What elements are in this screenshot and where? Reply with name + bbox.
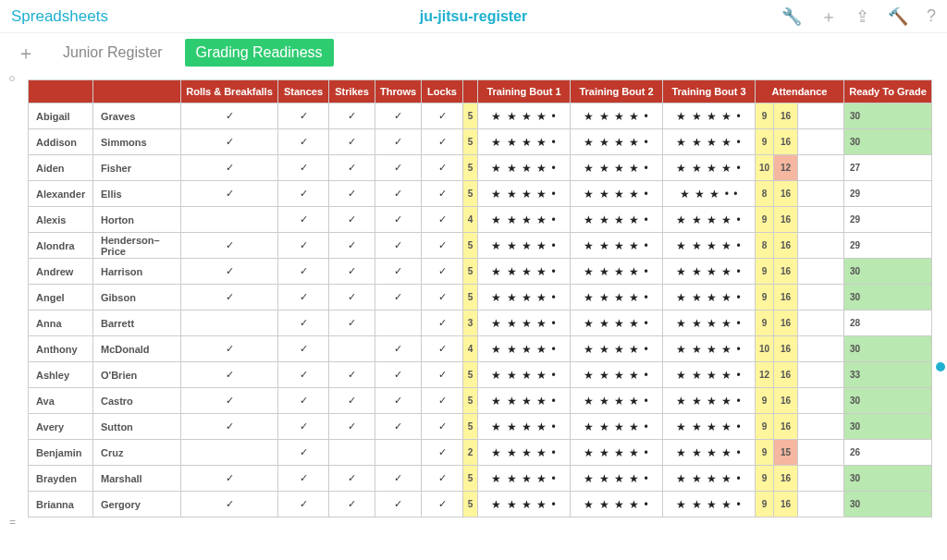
cell-attend-a[interactable]: 9 (756, 440, 774, 466)
cell-ready[interactable]: 30 (844, 129, 932, 155)
cell-firstname[interactable]: Benjamin (29, 440, 93, 466)
cell-locks[interactable]: ✓ (422, 181, 463, 207)
cell-lastname[interactable]: Gibson (93, 285, 181, 310)
cell-lastname[interactable]: Sutton (93, 414, 181, 440)
cell-throws[interactable]: ✓ (375, 233, 422, 259)
cell-attend-b[interactable]: 16 (774, 388, 798, 414)
cell-rolls[interactable]: ✓ (181, 362, 278, 388)
cell-attend-gap[interactable] (798, 466, 844, 492)
help-icon[interactable]: ? (927, 6, 936, 26)
cell-rolls[interactable]: ✓ (181, 285, 278, 310)
cell-rolls[interactable]: ✓ (181, 388, 278, 414)
cell-stances[interactable]: ✓ (278, 207, 329, 233)
cell-bout3[interactable]: ★ ★ ★ ★ • (663, 233, 756, 259)
cell-rolls[interactable]: ✓ (181, 181, 278, 207)
cell-stances[interactable]: ✓ (278, 103, 329, 129)
cell-ready[interactable]: 30 (844, 285, 932, 310)
cell-firstname[interactable]: Abigail (29, 103, 93, 129)
cell-bout3[interactable]: ★ ★ ★ ★ • (663, 310, 756, 336)
cell-rolls[interactable]: ✓ (181, 233, 278, 259)
cell-ready[interactable]: 33 (844, 362, 932, 388)
cell-bout2[interactable]: ★ ★ ★ ★ • (571, 103, 663, 129)
cell-firstname[interactable]: Anthony (29, 336, 93, 362)
cell-attend-b[interactable]: 16 (774, 336, 798, 362)
cell-locks[interactable]: ✓ (422, 129, 463, 155)
cell-strikes[interactable]: ✓ (329, 414, 375, 440)
cell-throws[interactable]: ✓ (375, 207, 422, 233)
cell-locks[interactable]: ✓ (422, 466, 463, 492)
cell-bout3[interactable]: ★ ★ ★ ★ • (663, 466, 756, 492)
cell-locks[interactable]: ✓ (422, 492, 463, 517)
cell-strikes[interactable]: ✓ (329, 388, 375, 414)
cell-attend-b[interactable]: 16 (774, 414, 798, 440)
cell-attend-gap[interactable] (798, 129, 844, 155)
cell-lastname[interactable]: Cruz (93, 440, 181, 466)
cell-locks[interactable]: ✓ (422, 233, 463, 259)
cell-checkcount[interactable]: 5 (463, 259, 478, 285)
cell-ready[interactable]: 30 (844, 259, 932, 285)
cell-bout1[interactable]: ★ ★ ★ ★ • (478, 259, 571, 285)
tools-icon[interactable]: 🔧 (781, 6, 802, 27)
cell-attend-gap[interactable] (798, 414, 844, 440)
table-row[interactable]: AverySutton✓✓✓✓✓5★ ★ ★ ★ •★ ★ ★ ★ •★ ★ ★… (29, 414, 932, 440)
cell-checkcount[interactable]: 5 (463, 362, 478, 388)
cell-attend-a[interactable]: 10 (756, 155, 774, 181)
cell-attend-a[interactable]: 9 (756, 492, 774, 517)
tab-grading-readiness[interactable]: Grading Readiness (185, 39, 334, 67)
cell-attend-gap[interactable] (798, 259, 844, 285)
table-row[interactable]: AnnaBarrett✓✓✓3★ ★ ★ ★ •★ ★ ★ ★ •★ ★ ★ ★… (29, 310, 932, 336)
cell-attend-gap[interactable] (798, 336, 844, 362)
cell-attend-gap[interactable] (798, 181, 844, 207)
table-row[interactable]: AidenFisher✓✓✓✓✓5★ ★ ★ ★ •★ ★ ★ ★ •★ ★ ★… (29, 155, 932, 181)
cell-attend-gap[interactable] (798, 285, 844, 310)
cell-bout2[interactable]: ★ ★ ★ ★ • (571, 233, 663, 259)
cell-lastname[interactable]: Barrett (93, 310, 181, 336)
cell-bout3[interactable]: ★ ★ ★ ★ • (663, 336, 756, 362)
cell-throws[interactable]: ✓ (375, 492, 422, 517)
cell-throws[interactable]: ✓ (375, 103, 422, 129)
cell-checkcount[interactable]: 5 (463, 492, 478, 517)
cell-locks[interactable]: ✓ (422, 285, 463, 310)
cell-strikes[interactable]: ✓ (329, 310, 375, 336)
cell-bout2[interactable]: ★ ★ ★ ★ • (571, 129, 663, 155)
cell-bout1[interactable]: ★ ★ ★ ★ • (478, 310, 571, 336)
cell-bout2[interactable]: ★ ★ ★ ★ • (571, 388, 663, 414)
cell-strikes[interactable]: ✓ (329, 259, 375, 285)
cell-ready[interactable]: 29 (844, 233, 932, 259)
cell-checkcount[interactable]: 5 (463, 285, 478, 310)
cell-rolls[interactable]: ✓ (181, 129, 278, 155)
cell-lastname[interactable]: Simmons (93, 129, 181, 155)
cell-bout1[interactable]: ★ ★ ★ ★ • (478, 336, 571, 362)
table-row[interactable]: BraydenMarshall✓✓✓✓✓5★ ★ ★ ★ •★ ★ ★ ★ •★… (29, 466, 932, 492)
wrench-icon[interactable]: 🔨 (888, 6, 908, 27)
cell-rolls[interactable]: ✓ (181, 414, 278, 440)
cell-attend-b[interactable]: 16 (774, 285, 798, 310)
table-row[interactable]: AvaCastro✓✓✓✓✓5★ ★ ★ ★ •★ ★ ★ ★ •★ ★ ★ ★… (29, 388, 932, 414)
cell-attend-a[interactable]: 9 (756, 310, 774, 336)
cell-attend-a[interactable]: 9 (756, 207, 774, 233)
cell-bout1[interactable]: ★ ★ ★ ★ • (478, 233, 571, 259)
cell-locks[interactable]: ✓ (422, 414, 463, 440)
cell-checkcount[interactable]: 5 (463, 181, 478, 207)
cell-attend-b[interactable]: 16 (774, 466, 798, 492)
cell-bout3[interactable]: ★ ★ ★ ★ • (663, 492, 756, 517)
cell-bout2[interactable]: ★ ★ ★ ★ • (571, 181, 663, 207)
cell-firstname[interactable]: Andrew (29, 259, 93, 285)
cell-stances[interactable]: ✓ (278, 492, 329, 517)
cell-strikes[interactable]: ✓ (329, 103, 375, 129)
cell-firstname[interactable]: Aiden (29, 155, 93, 181)
cell-ready[interactable]: 26 (844, 440, 932, 466)
cell-stances[interactable]: ✓ (278, 233, 329, 259)
cell-bout1[interactable]: ★ ★ ★ ★ • (478, 414, 571, 440)
selection-handle[interactable] (936, 362, 945, 371)
cell-lastname[interactable]: Henderson–Price (93, 233, 181, 259)
cell-ready[interactable]: 30 (844, 336, 932, 362)
cell-rolls[interactable]: ✓ (181, 155, 278, 181)
cell-lastname[interactable]: Castro (93, 388, 181, 414)
table-row[interactable]: AbigailGraves✓✓✓✓✓5★ ★ ★ ★ •★ ★ ★ ★ •★ ★… (29, 103, 932, 129)
cell-stances[interactable]: ✓ (278, 388, 329, 414)
cell-bout3[interactable]: ★ ★ ★ ★ • (663, 414, 756, 440)
cell-bout2[interactable]: ★ ★ ★ ★ • (571, 362, 663, 388)
cell-bout1[interactable]: ★ ★ ★ ★ • (478, 129, 571, 155)
cell-throws[interactable]: ✓ (375, 181, 422, 207)
